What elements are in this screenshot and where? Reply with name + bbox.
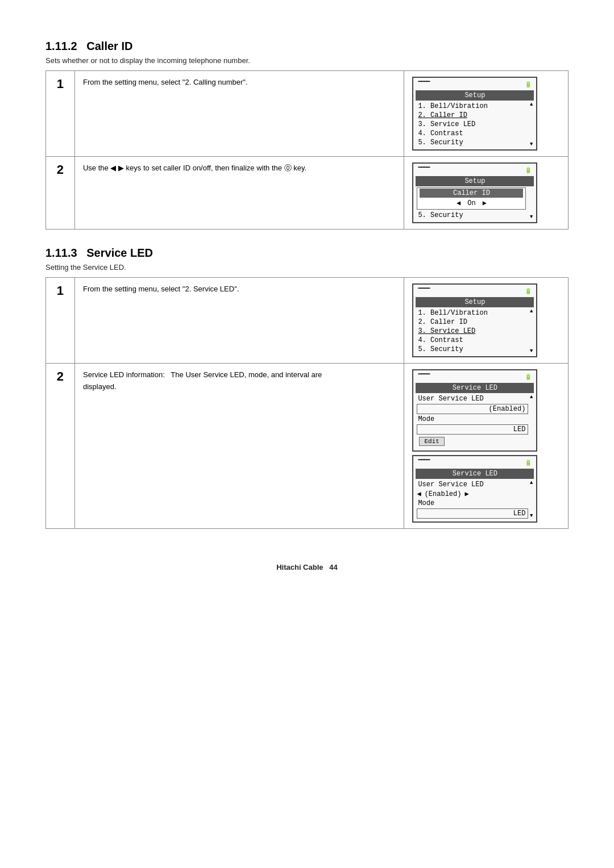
step-screen-2: ▔▔▔▔ 🔋 Setup Caller ID ◀ On ▶ (404, 157, 569, 229)
phone-screen-sled-2a: ▔▔▔▔ 🔋 Service LED User Service LED (Ena… (412, 369, 537, 452)
phone-top-bar-sled-1: ▔▔▔▔ 🔋 (416, 287, 534, 296)
section-title-caller-id: 1.11.2 Caller ID (45, 40, 569, 53)
menu-item-contrast-1: 4. Contrast (416, 129, 527, 138)
step-screen-1: ▔▔▔▔ 🔋 Setup 1. Bell/Vibration 2. Caller… (404, 71, 569, 157)
caller-id-steps-table: 1 From the setting menu, select "2. Call… (45, 70, 569, 229)
page-footer: Hitachi Cable 44 (45, 563, 569, 571)
service-led-step-2: 2 Service LED information: The User Serv… (46, 364, 569, 529)
sled-step-desc-1: From the setting menu, select "2. Servic… (74, 278, 404, 364)
menu-item-callerid-1: 2. Caller ID (416, 111, 527, 120)
battery-icon-sled-2b: 🔋 (525, 460, 532, 466)
sled-step-desc-2: Service LED information: The User Servic… (74, 364, 404, 529)
signal-icon-2: ▔▔▔▔ (418, 167, 429, 174)
sled-step-screen-2: ▔▔▔▔ 🔋 Service LED User Service LED (Ena… (404, 364, 569, 529)
brand-label: Hitachi Cable (276, 563, 323, 571)
step-desc-2: Use the ◀ ▶ keys to set caller ID on/off… (74, 157, 404, 229)
signal-icon-sled-2b: ▔▔▔▔ (418, 460, 429, 466)
phone-top-bar-1: ▔▔▔▔ 🔋 (416, 80, 534, 89)
menu-item-security-1: 5. Security (416, 138, 527, 147)
page-number: 44 (329, 563, 337, 571)
phone-header-sled-2a: Service LED (416, 383, 534, 393)
arrow-left-icon-b: ◀ (417, 490, 421, 498)
phone-header-sled-2b: Service LED (416, 469, 534, 479)
phone-screen-1: ▔▔▔▔ 🔋 Setup 1. Bell/Vibration 2. Caller… (412, 77, 537, 151)
mode-value-b: LED (417, 508, 528, 519)
menu-item-security-2: 5. Security (416, 211, 527, 220)
phone-header-1: Setup (416, 90, 534, 101)
user-service-led-label-b: User Service LED (416, 480, 527, 489)
phone-top-bar-sled-2a: ▔▔▔▔ 🔋 (416, 373, 534, 382)
menu-item-bell-1: 1. Bell/Vibration (416, 102, 527, 111)
section-desc-caller-id: Sets whether or not to display the incom… (45, 56, 569, 65)
section-desc-service-led: Setting the Service LED. (45, 263, 569, 272)
phone-mockup-2: ▔▔▔▔ 🔋 Setup Caller ID ◀ On ▶ (412, 162, 560, 223)
phone-top-bar-sled-2b: ▔▔▔▔ 🔋 (416, 458, 534, 468)
phone-mockup-sled-1: ▔▔▔▔ 🔋 Setup 1. Bell/Vibration 2. Caller… (412, 283, 560, 357)
sled-step-screen-1: ▔▔▔▔ 🔋 Setup 1. Bell/Vibration 2. Caller… (404, 278, 569, 364)
sled-menu-serviceled: 3. Service LED (416, 327, 527, 336)
user-service-led-label-a: User Service LED (416, 394, 527, 403)
step-num-2: 2 (46, 157, 75, 229)
battery-icon-2: 🔋 (525, 167, 532, 174)
scroll-down-sled-2b: ▼ (530, 513, 533, 519)
battery-icon-1: 🔋 (525, 81, 532, 88)
phone-screen-2: ▔▔▔▔ 🔋 Setup Caller ID ◀ On ▶ (412, 162, 537, 223)
sled-menu-contrast: 4. Contrast (416, 336, 527, 345)
scroll-up-sled-2a: ▲ (530, 394, 533, 400)
step-desc-1: From the setting menu, select "2. Callin… (74, 71, 404, 157)
signal-icon-sled-2a: ▔▔▔▔ (418, 374, 429, 381)
scroll-up-sled-1: ▲ (530, 308, 533, 314)
scroll-down-sled-1: ▼ (530, 348, 533, 354)
signal-icon-1: ▔▔▔▔ (418, 81, 429, 88)
section-title-service-led: 1.11.3 Service LED (45, 247, 569, 260)
sled-menu-security: 5. Security (416, 345, 527, 354)
section-service-led: 1.11.3 Service LED Setting the Service L… (45, 247, 569, 529)
phone-header-sled-1: Setup (416, 297, 534, 307)
phone-screen-sled-2b: ▔▔▔▔ 🔋 Service LED User Service LED ◀ (E… (412, 455, 537, 523)
caller-id-value: On (463, 199, 480, 207)
step-num-1: 1 (46, 71, 75, 157)
mode-label-a: Mode (416, 415, 527, 424)
sled-step-num-1: 1 (46, 278, 75, 364)
caller-id-value-row: ◀ On ▶ (420, 198, 523, 208)
phone-top-bar-2: ▔▔▔▔ 🔋 (416, 166, 534, 175)
phone-mockup-1: ▔▔▔▔ 🔋 Setup 1. Bell/Vibration 2. Caller… (412, 77, 560, 151)
mode-label-b: Mode (416, 499, 527, 508)
scroll-down-1: ▼ (530, 141, 533, 147)
caller-id-step-1: 1 From the setting menu, select "2. Call… (46, 71, 569, 157)
phone-mockup-sled-2b: ▔▔▔▔ 🔋 Service LED User Service LED ◀ (E… (412, 455, 560, 523)
user-service-led-value-a: (Enabled) (417, 404, 528, 414)
signal-icon-sled-1: ▔▔▔▔ (418, 288, 429, 295)
user-service-led-value-b: (Enabled) (422, 490, 464, 498)
arrow-right-icon: ▶ (483, 199, 487, 207)
user-service-led-edit-row: ◀ (Enabled) ▶ (416, 489, 527, 499)
phone-header-2: Setup (416, 176, 534, 186)
arrow-left-icon: ◀ (457, 199, 460, 207)
phone-screen-sled-1: ▔▔▔▔ 🔋 Setup 1. Bell/Vibration 2. Caller… (412, 283, 537, 357)
service-led-step-1: 1 From the setting menu, select "2. Serv… (46, 278, 569, 364)
scroll-up-1: ▲ (530, 102, 533, 107)
mode-value-a: LED (417, 424, 528, 435)
two-screens-container: ▔▔▔▔ 🔋 Service LED User Service LED (Ena… (412, 369, 560, 523)
scroll-down-2: ▼ (530, 214, 533, 220)
sled-step-num-2: 2 (46, 364, 75, 529)
battery-icon-sled-1: 🔋 (525, 288, 532, 295)
arrow-right-icon-b: ▶ (464, 490, 468, 498)
edit-button-a[interactable]: Edit (419, 437, 444, 446)
scroll-up-sled-2b: ▲ (530, 480, 533, 486)
battery-icon-sled-2a: 🔋 (525, 374, 532, 381)
service-led-steps-table: 1 From the setting menu, select "2. Serv… (45, 277, 569, 529)
section-caller-id: 1.11.2 Caller ID Sets whether or not to … (45, 40, 569, 229)
sled-menu-callerid: 2. Caller ID (416, 318, 527, 327)
sled-menu-bell: 1. Bell/Vibration (416, 308, 527, 318)
caller-id-step-2: 2 Use the ◀ ▶ keys to set caller ID on/o… (46, 157, 569, 229)
menu-item-serviceled-1: 3. Service LED (416, 120, 527, 129)
caller-id-selected-label: Caller ID (420, 189, 523, 198)
phone-mockup-sled-2a: ▔▔▔▔ 🔋 Service LED User Service LED (Ena… (412, 369, 560, 452)
